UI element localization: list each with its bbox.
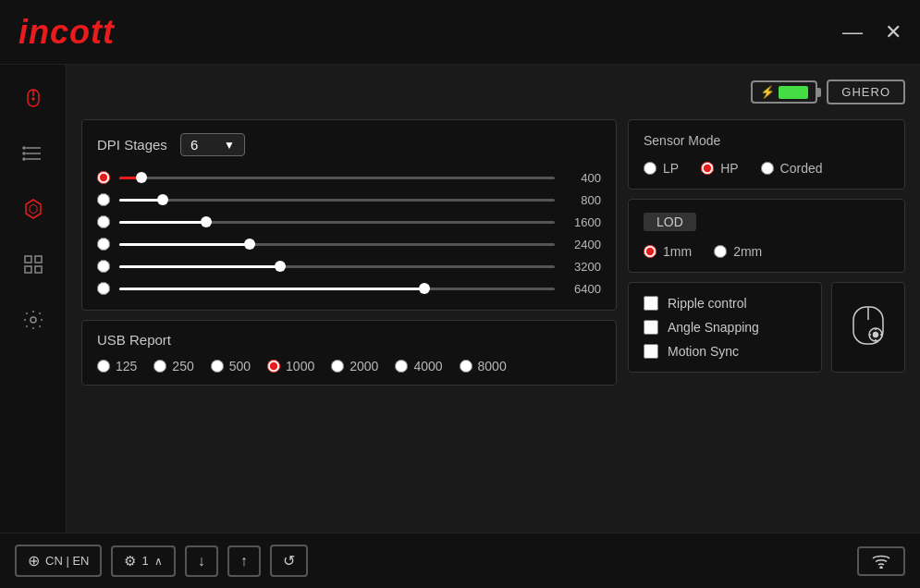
usb-radio-4000[interactable] xyxy=(395,360,408,373)
dpi-stage-radio-3[interactable] xyxy=(97,215,110,228)
dpi-thumb-4[interactable] xyxy=(244,239,255,250)
main-panels: DPI Stages 6 ▼ xyxy=(81,119,905,518)
dpi-title: DPI Stages xyxy=(97,137,167,153)
dpi-slider-1[interactable] xyxy=(119,169,555,186)
features-row: Ripple control Angle Snapping Motion Syn… xyxy=(628,282,905,373)
download-icon: ↓ xyxy=(198,553,205,570)
lod-panel: LOD 1mm 2mm xyxy=(628,199,905,273)
usb-option-8000[interactable]: 8000 xyxy=(460,359,507,374)
lod-1mm[interactable]: 1mm xyxy=(644,244,692,259)
close-button[interactable]: ✕ xyxy=(885,22,902,43)
dpi-slider-6[interactable] xyxy=(119,280,555,297)
usb-option-250[interactable]: 250 xyxy=(153,359,193,374)
upload-button[interactable]: ↑ xyxy=(227,545,261,577)
profile-button[interactable]: GHERO xyxy=(827,80,905,104)
dpi-thumb-1[interactable] xyxy=(136,172,147,183)
motion-checkbox[interactable] xyxy=(644,344,658,359)
dpi-thumb-2[interactable] xyxy=(157,194,168,205)
usb-label-2000: 2000 xyxy=(350,359,378,374)
download-button[interactable]: ↓ xyxy=(185,545,218,577)
ripple-checkbox[interactable] xyxy=(644,296,658,311)
dpi-stage-row-3: 1600 xyxy=(97,214,601,230)
usb-radio-250[interactable] xyxy=(153,360,166,373)
feature-ripple[interactable]: Ripple control xyxy=(644,296,806,311)
minimize-button[interactable]: — xyxy=(842,22,863,43)
sidebar-item-grid[interactable] xyxy=(15,246,52,283)
usb-option-1000[interactable]: 1000 xyxy=(267,359,314,374)
lod-radio-2mm[interactable] xyxy=(714,245,727,258)
dpi-thumb-5[interactable] xyxy=(275,261,286,272)
dpi-val-4: 2400 xyxy=(564,238,601,251)
title-controls: — ✕ xyxy=(842,22,902,43)
sidebar-item-gear[interactable] xyxy=(15,301,52,338)
sensor-radio-hp[interactable] xyxy=(701,162,714,175)
dpi-stages-value: 6 xyxy=(190,137,198,153)
sensor-hp[interactable]: HP xyxy=(701,161,738,176)
sidebar-item-mouse[interactable] xyxy=(15,80,52,116)
bottom-left-controls: ⊕ CN | EN ⚙ 1 ∧ ↓ ↑ ↺ xyxy=(15,545,308,577)
lod-2mm[interactable]: 2mm xyxy=(714,244,762,259)
usb-radio-500[interactable] xyxy=(211,360,224,373)
usb-option-4000[interactable]: 4000 xyxy=(395,359,442,374)
sensor-corded[interactable]: Corded xyxy=(761,161,823,176)
dpi-stage-radio-6[interactable] xyxy=(97,282,110,295)
dpi-stage-row-1: 400 xyxy=(97,169,601,186)
dpi-stage-radio-1[interactable] xyxy=(97,171,110,184)
mouse-settings-icon xyxy=(848,303,889,351)
dpi-stage-radio-5[interactable] xyxy=(97,260,110,273)
dpi-slider-3[interactable] xyxy=(119,214,555,230)
usb-label-4000: 4000 xyxy=(413,359,442,374)
battery-fill xyxy=(779,86,808,99)
dpi-fill-4 xyxy=(119,243,250,246)
sensor-panel: Sensor Mode LP HP Corded xyxy=(628,119,905,190)
refresh-button[interactable]: ↺ xyxy=(270,545,308,577)
app-logo: incott xyxy=(18,13,115,52)
sidebar-item-list[interactable] xyxy=(15,135,52,172)
dpi-slider-4[interactable] xyxy=(119,236,555,252)
dpi-val-5: 3200 xyxy=(564,260,601,274)
sensor-radio-corded[interactable] xyxy=(761,162,774,175)
dpi-slider-2[interactable] xyxy=(119,191,555,208)
profile-up-icon: ∧ xyxy=(154,555,163,568)
svg-point-19 xyxy=(874,333,878,337)
feature-angle[interactable]: Angle Snapping xyxy=(644,320,806,335)
lod-options: 1mm 2mm xyxy=(644,244,889,259)
top-bar: ⚡ GHERO xyxy=(81,80,905,104)
usb-option-500[interactable]: 500 xyxy=(211,359,251,374)
lod-1mm-label: 1mm xyxy=(663,244,692,259)
sensor-lp[interactable]: LP xyxy=(644,161,679,176)
battery-indicator: ⚡ xyxy=(751,80,817,104)
usb-option-125[interactable]: 125 xyxy=(97,359,137,374)
content-area: ⚡ GHERO DPI Stages 6 ▼ xyxy=(67,65,920,533)
lod-radio-1mm[interactable] xyxy=(644,245,656,258)
feature-motion[interactable]: Motion Sync xyxy=(644,344,806,359)
usb-option-2000[interactable]: 2000 xyxy=(331,359,378,374)
sensor-options: LP HP Corded xyxy=(644,161,889,176)
profile-selector-button[interactable]: ⚙ 1 ∧ xyxy=(111,545,175,577)
dpi-track-1 xyxy=(119,177,555,179)
dpi-stages-select[interactable]: 6 ▼ xyxy=(180,133,245,156)
usb-radio-8000[interactable] xyxy=(460,360,472,373)
dpi-thumb-3[interactable] xyxy=(201,216,212,227)
language-button[interactable]: ⊕ CN | EN xyxy=(15,545,102,577)
usb-radio-2000[interactable] xyxy=(331,360,344,373)
sidebar-item-hex[interactable] xyxy=(15,190,52,227)
usb-radio-125[interactable] xyxy=(97,360,110,373)
bottom-bar: ⊕ CN | EN ⚙ 1 ∧ ↓ ↑ ↺ xyxy=(0,533,920,588)
sensor-radio-lp[interactable] xyxy=(644,162,656,175)
dpi-stage-radio-4[interactable] xyxy=(97,238,110,251)
dpi-stage-radio-2[interactable] xyxy=(97,193,110,206)
sliders-icon: ⚙ xyxy=(124,553,136,570)
svg-point-7 xyxy=(23,153,25,154)
usb-title: USB Report xyxy=(97,332,601,348)
sensor-hp-label: HP xyxy=(720,161,738,176)
usb-radio-1000[interactable] xyxy=(267,360,280,373)
dpi-thumb-6[interactable] xyxy=(419,283,430,294)
svg-marker-9 xyxy=(26,200,41,218)
dpi-fill-2 xyxy=(119,199,163,202)
angle-checkbox[interactable] xyxy=(644,320,658,335)
wifi-button[interactable] xyxy=(857,546,905,576)
svg-point-15 xyxy=(31,317,36,323)
usb-label-8000: 8000 xyxy=(478,359,507,374)
dpi-slider-5[interactable] xyxy=(119,258,555,275)
